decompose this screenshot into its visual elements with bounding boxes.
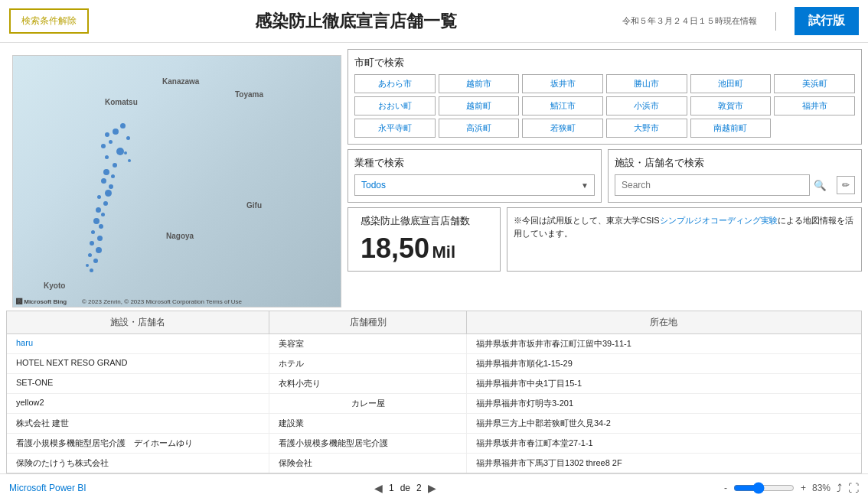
fullscreen-button[interactable]: ⛶ — [848, 482, 859, 494]
table-row: SET-ONE 衣料小売り 福井県福井市中央1丁目15-1 — [7, 374, 861, 394]
map-label-komatsu: Komatsu — [105, 98, 138, 106]
map-label-kyoto: Kyoto — [44, 281, 65, 290]
zoom-value: 83% — [812, 483, 830, 493]
pencil-icon: ✏ — [842, 180, 850, 190]
table-cell-address: 福井県福井市灯明寺3-201 — [467, 394, 861, 413]
table-cell-type: 建設業 — [269, 414, 467, 433]
header-date: 令和５年３月２４日１５時現在情報 — [622, 15, 757, 27]
table-body: haru 美容室 福井県坂井市坂井市春江町江留中39-11-1 HOTEL NE… — [7, 334, 861, 473]
industry-select[interactable]: Todos 美容室 ホテル 衣料小売り カレー屋 建設業 保険会社 — [354, 174, 595, 196]
city-search-title: 市町で検索 — [354, 56, 855, 70]
facility-edit-button[interactable]: ✏ — [837, 176, 855, 194]
notice-box: ※今回は試用版として、東京大学CSISシンプルジオコーディング実験による地図情報… — [507, 207, 862, 272]
table-row: 株式会社 建世 建設業 福井県三方上中郡若狭町世久見34-2 — [7, 414, 861, 434]
map-copyright: © 2023 Zenrin, © 2023 Microsoft Corporat… — [82, 298, 242, 305]
header: 検索条件解除 感染防止徹底宣言店舗一覧 令和５年３月２４日１５時現在情報 試行版 — [0, 0, 868, 43]
table-cell-name[interactable]: haru — [7, 334, 269, 353]
table-cell-type: 衣料小売り — [269, 374, 467, 393]
store-count-number: 18,50 — [361, 233, 429, 264]
city-btn-8[interactable]: 鯖江市 — [522, 96, 603, 115]
map-label-gifu: Gifu — [246, 201, 262, 210]
facility-search-title: 施設・店舗名で検索 — [615, 156, 855, 170]
city-btn-0[interactable]: あわら市 — [354, 74, 436, 93]
facility-search-input-wrapper: 🔍 — [615, 174, 830, 196]
table-cell-name: yellow2 — [7, 394, 269, 413]
city-btn-15[interactable]: 大野市 — [606, 119, 687, 138]
city-btn-2[interactable]: 坂井市 — [522, 74, 603, 93]
prev-page-button[interactable]: ◀ — [374, 482, 383, 494]
city-search-section: 市町で検索 あわら市越前市坂井市勝山市池田町美浜町おおい町越前町鯖江市小浜市敦賀… — [348, 49, 862, 145]
table-row: HOTEL NEXT RESO GRAND ホテル 福井県福井市順化1-15-2… — [7, 354, 861, 374]
map-label-nagoya: Nagoya — [166, 232, 194, 240]
table-row: 看護小規模多機能型居宅介護 デイホームゆり 看護小規模多機能型居宅介護 福井県坂… — [7, 434, 861, 454]
right-panels: 市町で検索 あわら市越前市坂井市勝山市池田町美浜町おおい町越前町鯖江市小浜市敦賀… — [341, 49, 862, 307]
table-cell-name: HOTEL NEXT RESO GRAND — [7, 354, 269, 373]
table-cell-name: 株式会社 建世 — [7, 414, 269, 433]
city-btn-7[interactable]: 越前町 — [439, 96, 520, 115]
city-btn-4[interactable]: 池田町 — [690, 74, 772, 93]
table-header-type: 店舗種別 — [269, 311, 467, 333]
industry-search-section: 業種で検索 Todos 美容室 ホテル 衣料小売り カレー屋 建設業 保険会社 — [348, 149, 602, 203]
table-cell-name: 看護小規模多機能型居宅介護 デイホームゆり — [7, 434, 269, 453]
share-icon: ⤴ — [837, 482, 842, 494]
bing-logo: 🅱 Microsoft Bing — [16, 298, 67, 305]
clear-filter-button[interactable]: 検索条件解除 — [9, 8, 89, 34]
store-count-title: 感染防止徹底宣言店舗数 — [361, 214, 488, 228]
table-row: 保険のたけうち株式会社 保険会社 福井県福井市下馬3丁目1302 three8 … — [7, 454, 861, 473]
table-cell-name: 保険のたけうち株式会社 — [7, 454, 269, 473]
table-header-address: 所在地 — [467, 311, 861, 333]
map-background: Kanazawa Komatsu Toyama Gifu Kyoto Nagoy… — [13, 56, 341, 307]
facility-search-icon-button[interactable]: 🔍 — [809, 174, 830, 196]
table-cell-address: 福井県福井市順化1-15-29 — [467, 354, 861, 373]
city-btn-1[interactable]: 越前市 — [439, 74, 520, 93]
city-btn-9[interactable]: 小浜市 — [606, 96, 687, 115]
table-cell-type: ホテル — [269, 354, 467, 373]
notice-link[interactable]: シンプルジオコーディング実験 — [660, 216, 778, 225]
city-btn-14[interactable]: 若狭町 — [522, 119, 603, 138]
table-cell-address: 福井県福井市中央1丁目15-1 — [467, 374, 861, 393]
table-header: 施設・店舗名 店舗種別 所在地 — [7, 311, 861, 334]
city-btn-12[interactable]: 永平寺町 — [354, 119, 436, 138]
map-label-kanazawa: Kanazawa — [162, 77, 199, 86]
city-btn-13[interactable]: 高浜町 — [439, 119, 520, 138]
table-cell-address: 福井県坂井市坂井市春江町江留中39-11-1 — [467, 334, 861, 353]
page-sep: de — [400, 483, 410, 493]
content-area: Kanazawa Komatsu Toyama Gifu Kyoto Nagoy… — [0, 43, 868, 473]
table-cell-type: 看護小規模多機能型居宅介護 — [269, 434, 467, 453]
table-row: haru 美容室 福井県坂井市坂井市春江町江留中39-11-1 — [7, 334, 861, 354]
table-cell-type: 美容室 — [269, 334, 467, 353]
store-count-section: 感染防止徹底宣言店舗数 18,50 Mil — [348, 207, 501, 272]
powerbi-link[interactable]: Microsoft Power BI — [9, 483, 86, 493]
footer: Microsoft Power BI ◀ 1 de 2 ▶ - + 83% ⤴ … — [0, 473, 868, 501]
facility-search-row: 🔍 ✏ — [615, 174, 855, 196]
table-cell-name: SET-ONE — [7, 374, 269, 393]
city-btn-3[interactable]: 勝山市 — [606, 74, 687, 93]
trial-button[interactable]: 試行版 — [795, 7, 859, 35]
table-cell-address: 福井県坂井市春江町本堂27-1-1 — [467, 434, 861, 453]
share-button[interactable]: ⤴ — [837, 482, 842, 494]
zoom-plus-icon: + — [801, 483, 806, 493]
footer-pagination: ◀ 1 de 2 ▶ — [374, 482, 436, 494]
next-page-button[interactable]: ▶ — [428, 482, 436, 494]
zoom-minus-icon: - — [724, 483, 727, 493]
store-count-row: 感染防止徹底宣言店舗数 18,50 Mil ※今回は試用版として、東京大学CSI… — [348, 207, 862, 272]
page-title: 感染防止徹底宣言店舗一覧 — [101, 10, 610, 33]
table-cell-type: 保険会社 — [269, 454, 467, 473]
city-btn-6[interactable]: おおい町 — [354, 96, 436, 115]
table-cell-address: 福井県三方上中郡若狭町世久見34-2 — [467, 414, 861, 433]
data-table: 施設・店舗名 店舗種別 所在地 haru 美容室 福井県坂井市坂井市春江町江留中… — [6, 311, 862, 473]
notice-text-1: ※今回は試用版として、東京大学CSIS — [514, 216, 660, 225]
table-cell-type: カレー屋 — [269, 394, 467, 413]
table-cell-address: 福井県福井市下馬3丁目1302 three8 2F — [467, 454, 861, 473]
city-btn-11[interactable]: 福井市 — [774, 96, 855, 115]
city-btn-10[interactable]: 敦賀市 — [690, 96, 772, 115]
city-btn-16[interactable]: 南越前町 — [690, 119, 772, 138]
facility-search-input[interactable] — [615, 174, 830, 196]
store-count-unit: Mil — [432, 242, 455, 262]
map-label-toyama: Toyama — [235, 90, 263, 99]
footer-right: - + 83% ⤴ ⛶ — [724, 482, 859, 494]
city-btn-5[interactable]: 美浜町 — [774, 74, 855, 93]
zoom-slider[interactable] — [733, 482, 795, 494]
header-divider — [775, 12, 776, 31]
industry-search-title: 業種で検索 — [354, 156, 595, 170]
